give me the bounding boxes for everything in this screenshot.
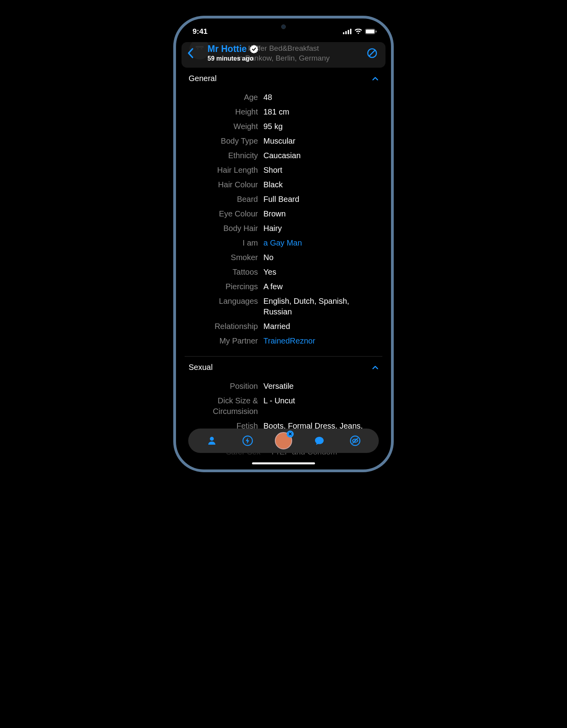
profile-content[interactable]: General Age48Height181 cmWeight95 kgBody… bbox=[178, 68, 389, 467]
center-photo-thumb: ✕ bbox=[275, 432, 292, 449]
verified-badge-icon bbox=[250, 45, 258, 54]
row-value: Hairy bbox=[263, 223, 382, 234]
table-row: PiercingsA few bbox=[185, 279, 382, 294]
wifi-icon bbox=[354, 29, 362, 34]
table-row: EthnicityCaucasian bbox=[185, 148, 382, 163]
chevron-up-icon bbox=[372, 364, 378, 371]
row-value: Brown bbox=[263, 209, 382, 219]
svg-rect-5 bbox=[366, 30, 374, 33]
table-row: Eye ColourBrown bbox=[185, 207, 382, 221]
general-table: Age48Height181 cmWeight95 kgBody TypeMus… bbox=[185, 90, 382, 356]
section-title: Sexual bbox=[189, 363, 213, 372]
eye-hidden-icon bbox=[349, 435, 361, 447]
row-label: Eye Colour bbox=[185, 209, 263, 219]
status-indicators bbox=[343, 29, 377, 34]
row-label: Body Type bbox=[185, 136, 263, 146]
row-label: Age bbox=[185, 92, 263, 103]
row-value: English, Dutch, Spanish, Russian bbox=[263, 296, 382, 317]
phone-volume-down bbox=[173, 152, 174, 181]
bolt-circle-icon bbox=[242, 435, 254, 447]
row-label: Hair Colour bbox=[185, 179, 263, 190]
table-row: Dick Size & CircumsisionL - Uncut bbox=[185, 394, 382, 419]
chevron-up-icon bbox=[372, 75, 378, 82]
row-value: Full Beard bbox=[263, 194, 382, 205]
row-value: 48 bbox=[263, 92, 382, 103]
row-value: Black bbox=[263, 179, 382, 190]
home-indicator[interactable] bbox=[252, 462, 315, 464]
row-label: Body Hair bbox=[185, 223, 263, 234]
table-row: Age48 bbox=[185, 90, 382, 105]
table-row: Body HairHairy bbox=[185, 221, 382, 236]
row-label: Position bbox=[185, 381, 263, 392]
svg-rect-0 bbox=[343, 32, 345, 34]
table-row: TattoosYes bbox=[185, 265, 382, 279]
table-row: PositionVersatile bbox=[185, 379, 382, 394]
chat-tab-button[interactable] bbox=[310, 431, 329, 450]
row-value: Caucasian bbox=[263, 150, 382, 161]
profile-tab-button[interactable] bbox=[202, 431, 221, 450]
svg-rect-3 bbox=[350, 29, 352, 34]
table-row: Hair LengthShort bbox=[185, 163, 382, 177]
center-photo-button[interactable]: ✕ bbox=[274, 431, 293, 450]
row-value: Yes bbox=[263, 267, 382, 277]
username: Mr Hottie bbox=[208, 44, 247, 54]
title-block: Mr Hottie 59 minutes ago bbox=[208, 44, 364, 62]
table-row: BeardFull Beard bbox=[185, 192, 382, 207]
phone-volume-up bbox=[173, 117, 174, 145]
phone-frame: 9:41 I offer Bed&Breakfast in Pankow, Be… bbox=[173, 16, 394, 472]
table-row[interactable]: My PartnerTrainedReznor bbox=[185, 334, 382, 348]
last-seen: 59 minutes ago bbox=[208, 55, 364, 62]
row-value: Muscular bbox=[263, 136, 382, 146]
row-label: Weight bbox=[185, 121, 263, 132]
row-label: Languages bbox=[185, 296, 263, 317]
svg-rect-1 bbox=[345, 31, 347, 34]
table-row: Height181 cm bbox=[185, 105, 382, 119]
row-label: Relationship bbox=[185, 321, 263, 332]
section-header-sexual[interactable]: Sexual bbox=[185, 357, 382, 379]
row-label: Height bbox=[185, 107, 263, 117]
row-value[interactable]: TrainedReznor bbox=[263, 336, 382, 346]
row-value: 181 cm bbox=[263, 107, 382, 117]
row-label: Dick Size & Circumsision bbox=[185, 395, 263, 417]
row-value: Versatile bbox=[263, 381, 382, 392]
close-icon[interactable]: ✕ bbox=[287, 431, 294, 438]
hidden-tab-button[interactable] bbox=[346, 431, 365, 450]
section-header-general[interactable]: General bbox=[185, 68, 382, 90]
row-label: Hair Length bbox=[185, 165, 263, 176]
row-value[interactable]: a Gay Man bbox=[263, 238, 382, 248]
phone-mute-switch bbox=[173, 85, 174, 100]
row-value: Short bbox=[263, 165, 382, 176]
section-title: General bbox=[189, 74, 217, 83]
table-row: Hair ColourBlack bbox=[185, 177, 382, 192]
row-value: A few bbox=[263, 281, 382, 292]
row-value: 95 kg bbox=[263, 121, 382, 132]
table-row[interactable]: I ama Gay Man bbox=[185, 236, 382, 250]
back-button[interactable] bbox=[187, 44, 203, 62]
status-time: 9:41 bbox=[193, 27, 208, 36]
flash-tab-button[interactable] bbox=[238, 431, 257, 450]
chat-bubble-icon bbox=[314, 435, 325, 446]
row-label: Ethnicity bbox=[185, 150, 263, 161]
table-row: Body TypeMuscular bbox=[185, 134, 382, 148]
screen: 9:41 I offer Bed&Breakfast in Pankow, Be… bbox=[178, 21, 389, 467]
battery-icon bbox=[365, 29, 377, 34]
row-label: Smoker bbox=[185, 252, 263, 263]
block-icon bbox=[367, 48, 378, 59]
row-value: L - Uncut bbox=[263, 395, 382, 417]
svg-line-11 bbox=[369, 50, 375, 56]
chevron-left-icon bbox=[187, 48, 194, 59]
notch bbox=[248, 21, 319, 35]
row-value: Married bbox=[263, 321, 382, 332]
username-row[interactable]: Mr Hottie bbox=[208, 44, 364, 54]
block-button[interactable] bbox=[364, 45, 380, 61]
table-row: SmokerNo bbox=[185, 250, 382, 265]
phone-power-button bbox=[393, 129, 394, 172]
row-label: Beard bbox=[185, 194, 263, 205]
profile-header: I offer Bed&Breakfast in Pankow, Berlin,… bbox=[182, 42, 385, 68]
table-row: LanguagesEnglish, Dutch, Spanish, Russia… bbox=[185, 294, 382, 319]
row-label: Piercings bbox=[185, 281, 263, 292]
row-label: I am bbox=[185, 238, 263, 248]
person-icon bbox=[206, 435, 217, 446]
cellular-icon bbox=[343, 29, 352, 34]
svg-rect-6 bbox=[376, 31, 377, 33]
